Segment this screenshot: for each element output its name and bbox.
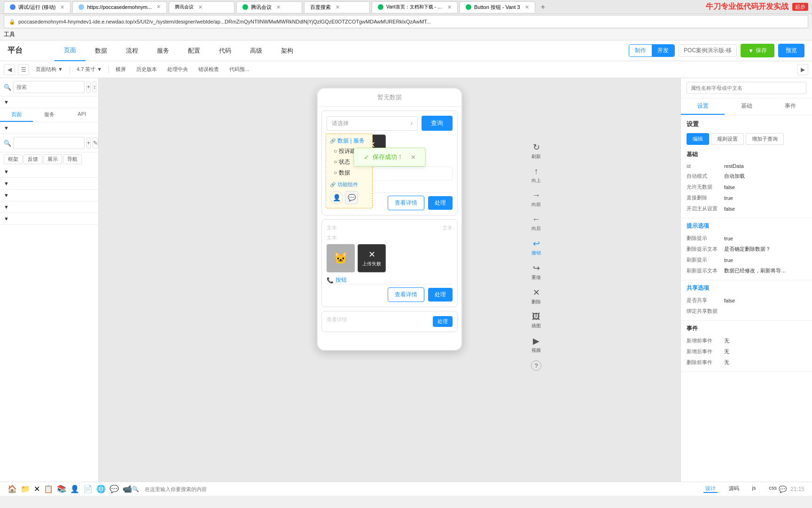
tab-close[interactable]: ✕ bbox=[336, 4, 340, 10]
save-label: 保存 bbox=[756, 47, 767, 55]
back-btn[interactable]: ← 向后 bbox=[528, 212, 545, 235]
sub-error-check[interactable]: 错误检查 bbox=[195, 64, 223, 75]
redo-btn[interactable]: ↪ 重做 bbox=[528, 260, 545, 284]
tab-close[interactable]: ✕ bbox=[276, 4, 281, 10]
toast-close-btn[interactable]: ✕ bbox=[411, 154, 416, 161]
nav-item-page[interactable]: 页面 bbox=[55, 40, 86, 61]
tag-display[interactable]: 展示 bbox=[43, 154, 62, 164]
process-btn-3-partial[interactable]: 处理 bbox=[433, 316, 453, 327]
collapse-header-5[interactable]: ▼ bbox=[0, 190, 98, 201]
process-btn-2[interactable]: 处理 bbox=[428, 288, 453, 302]
tab-vant2[interactable]: Button 按钮 - Vant 3 ✕ bbox=[460, 1, 535, 13]
up-btn[interactable]: ↑ 向上 bbox=[528, 164, 545, 187]
address-bar[interactable]: 🔒 poccasedemohnym4-hnymdev1-ide.e.newdao… bbox=[4, 15, 808, 28]
tag-nav[interactable]: 导航 bbox=[63, 154, 82, 164]
right-tab-basic[interactable]: 基础 bbox=[725, 98, 768, 115]
sidebar-search-input-2[interactable] bbox=[13, 137, 85, 149]
image-btn[interactable]: 🖼 插图 bbox=[528, 309, 545, 332]
prop-pre-delete: 删除前事件 无 bbox=[687, 357, 806, 368]
tab-poc[interactable]: 调试/运行 (移动) ✕ bbox=[4, 1, 70, 13]
delete-btn[interactable]: ✕ 删除 bbox=[528, 285, 545, 308]
query-button[interactable]: 查询 bbox=[422, 116, 453, 131]
add-btn-2[interactable]: + bbox=[86, 137, 91, 149]
tab-vant1[interactable]: Vant首页：文档和下载 - 基于 V... ✕ bbox=[372, 1, 458, 13]
collapse-header-6[interactable]: ▼ bbox=[0, 201, 98, 213]
right-search-input[interactable] bbox=[687, 82, 806, 94]
bottom-tab-js[interactable]: js bbox=[750, 485, 758, 493]
bottom-tab-design[interactable]: 设计 bbox=[703, 485, 718, 493]
sidebar-tab-service[interactable]: 服务 bbox=[33, 108, 66, 122]
preview-button[interactable]: 预览 bbox=[778, 44, 804, 57]
collapse-header-4[interactable]: ▼ bbox=[0, 178, 98, 189]
sub-page-structure[interactable]: 页面结构 ▼ bbox=[32, 64, 67, 75]
add-btn[interactable]: + bbox=[86, 81, 91, 93]
tab-url[interactable]: 腾讯会议 ✕ bbox=[169, 1, 234, 13]
sidebar-search-input[interactable] bbox=[13, 81, 85, 93]
bottom-search-input[interactable] bbox=[141, 486, 703, 492]
refresh-btn[interactable]: ↻ 刷新 bbox=[528, 139, 545, 163]
collapse-left-btn[interactable]: ◀ bbox=[4, 64, 15, 75]
mode-make[interactable]: 制作 bbox=[629, 45, 652, 56]
tab-debug[interactable]: https://poccasedemohnym... ✕ bbox=[72, 1, 167, 13]
edit-btn-2[interactable]: ✎ bbox=[93, 137, 98, 149]
bottom-tab-css[interactable]: css bbox=[767, 485, 779, 493]
right-tab-settings[interactable]: 设置 bbox=[681, 98, 725, 115]
sub-tab-rules[interactable]: 规则设置 bbox=[711, 133, 744, 145]
nav-item-service[interactable]: 服务 bbox=[148, 40, 179, 61]
help-btn[interactable]: ? bbox=[527, 357, 545, 373]
prop-pre-add-label: 新增前事件 bbox=[687, 337, 724, 344]
collapse-header-7[interactable]: ▼ bbox=[0, 213, 98, 224]
mode-dev[interactable]: 开发 bbox=[652, 45, 674, 56]
forward-btn[interactable]: → 向前 bbox=[528, 188, 545, 211]
tab-close[interactable]: ✕ bbox=[198, 4, 203, 10]
collapse-header-2[interactable]: ▼ bbox=[0, 122, 98, 134]
dropdown-item-data[interactable]: ○ 数据 bbox=[326, 167, 372, 178]
tag-feedback[interactable]: 反馈 bbox=[23, 154, 42, 164]
tab-close[interactable]: ✕ bbox=[60, 4, 64, 10]
nav-item-arch[interactable]: 架构 bbox=[272, 40, 303, 61]
bottom-tab-source[interactable]: 源码 bbox=[727, 485, 741, 493]
sub-code-preview[interactable]: 代码预... bbox=[226, 64, 253, 75]
expand-right-btn[interactable]: ▶ bbox=[797, 64, 808, 75]
nav-item-config[interactable]: 配置 bbox=[179, 40, 210, 61]
sidebar-tab-page[interactable]: 页面 bbox=[0, 108, 33, 122]
dropdown-menu[interactable]: 🔗 数据 | 服务 ○ 投诉建议 ○ 状态 ○ bbox=[326, 134, 373, 208]
select-dropdown[interactable]: 请选择 › bbox=[327, 116, 418, 131]
prop-id: id restData bbox=[687, 161, 806, 171]
sub-tab-edit[interactable]: 编辑 bbox=[687, 133, 709, 145]
right-tab-events[interactable]: 事件 bbox=[768, 98, 812, 115]
tab-tencent[interactable]: 腾讯会议 ✕ bbox=[236, 1, 302, 13]
view-detail-btn-1[interactable]: 查看详情 bbox=[388, 196, 424, 210]
card2-text-row: 文本 文本 bbox=[327, 224, 453, 231]
video-btn[interactable]: ▶ 视频 bbox=[528, 333, 545, 357]
tab-close[interactable]: ✕ bbox=[156, 4, 161, 10]
sub-inch[interactable]: 4.7 英寸 ▼ bbox=[73, 64, 106, 75]
sub-landscape[interactable]: 横屏 bbox=[112, 64, 130, 75]
link-btn-2[interactable]: 📞 按钮 bbox=[327, 276, 453, 284]
nav-item-advanced[interactable]: 高级 bbox=[241, 40, 272, 61]
tab-close[interactable]: ✕ bbox=[525, 4, 529, 10]
radio-icon-2: ○ bbox=[334, 159, 337, 165]
page-structure-btn[interactable]: ☰ bbox=[18, 64, 29, 75]
save-button[interactable]: ▼ 保存 bbox=[741, 44, 774, 57]
undo-btn[interactable]: ↩ 撤销 bbox=[528, 236, 545, 259]
sort-btn[interactable]: ↕ bbox=[93, 81, 96, 93]
prop-post-add-value: 无 bbox=[724, 348, 806, 355]
tab-baidu[interactable]: 百度搜索 ✕ bbox=[304, 1, 370, 13]
collapse-header-3[interactable]: ▼ bbox=[0, 166, 98, 177]
tab-close[interactable]: ✕ bbox=[447, 4, 452, 10]
nav-item-flow[interactable]: 流程 bbox=[117, 40, 148, 61]
sub-tab-add-query[interactable]: 增加子查询 bbox=[746, 133, 784, 145]
collapse-header-1[interactable]: ▼ bbox=[0, 96, 98, 108]
sidebar-tab-api[interactable]: API bbox=[65, 108, 98, 122]
sub-history[interactable]: 历史版本 bbox=[133, 64, 161, 75]
cat-icon-2: 🐱 bbox=[334, 252, 348, 265]
sub-processing[interactable]: 处理中央 bbox=[164, 64, 192, 75]
process-btn-1[interactable]: 处理 bbox=[428, 196, 453, 210]
tag-framework[interactable]: 框架 bbox=[4, 154, 23, 164]
nav-item-code[interactable]: 代码 bbox=[210, 40, 241, 61]
view-detail-btn-2[interactable]: 查看详情 bbox=[388, 287, 424, 302]
nav-item-data[interactable]: 数据 bbox=[86, 40, 117, 61]
basic-label: 基础 bbox=[687, 151, 806, 159]
new-tab-button[interactable]: + bbox=[537, 3, 549, 11]
